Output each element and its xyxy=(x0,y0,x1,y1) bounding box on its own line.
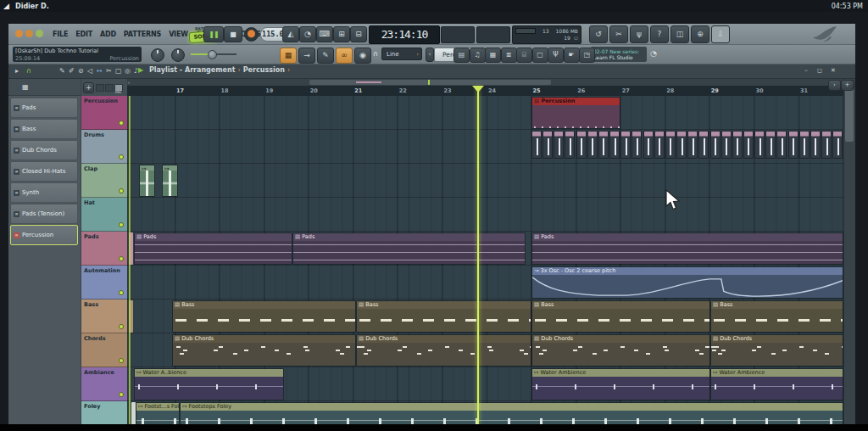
clip-footsteps-foley[interactable]: Footsteps Foley xyxy=(180,402,843,424)
track-mute-dot[interactable] xyxy=(119,188,124,193)
drum-clip[interactable] xyxy=(576,131,587,159)
metronome-icon[interactable]: ◭ xyxy=(282,26,299,42)
minimize-button[interactable]: – xyxy=(801,66,811,76)
clip-body[interactable] xyxy=(532,343,709,366)
tab-channels-icon[interactable] xyxy=(105,84,114,92)
playlist-menu-icon[interactable]: ▶ xyxy=(138,66,143,74)
pattern-item-closed-hi-hats[interactable]: ≡Closed Hi-Hats xyxy=(10,161,78,182)
slip-icon[interactable]: ↔ xyxy=(97,66,103,76)
preview-icon[interactable]: ♪ xyxy=(134,66,138,76)
drum-clip[interactable] xyxy=(776,131,787,159)
toolbar-dot-icon[interactable] xyxy=(36,30,43,37)
link-icon[interactable]: ∞ xyxy=(336,48,353,64)
track-header-percussion[interactable]: Percussion xyxy=(81,96,127,130)
clip-body[interactable] xyxy=(135,377,283,400)
drum-clip[interactable] xyxy=(765,131,776,159)
wait-for-input-icon[interactable]: ◔ xyxy=(299,26,316,42)
clip-header[interactable]: Pads xyxy=(135,233,292,241)
clip-bass[interactable]: Bass xyxy=(172,300,356,333)
clip-body[interactable] xyxy=(711,377,843,400)
track-mute-dot[interactable] xyxy=(119,120,124,126)
save-icon[interactable]: ◫ xyxy=(670,25,689,43)
track-mute-dot[interactable] xyxy=(119,358,124,363)
menu-add[interactable]: ADD xyxy=(100,31,116,38)
maximize-button[interactable]: ◻ xyxy=(815,66,825,76)
stop-button[interactable]: ■ xyxy=(224,26,242,42)
clip-header[interactable]: Dub Chords xyxy=(711,335,843,343)
loop-record-icon[interactable]: ⊟ xyxy=(350,26,367,42)
clip-header[interactable]: Footst...s Foley xyxy=(136,403,179,411)
mic-record-icon[interactable]: ψ xyxy=(630,25,648,43)
drum-clip[interactable] xyxy=(732,131,743,159)
countdown-icon[interactable]: ⊞ xyxy=(333,26,350,42)
drum-clip[interactable] xyxy=(598,131,609,159)
save-as-icon[interactable]: ⊕ xyxy=(691,25,709,43)
clip-header[interactable]: 3x Osc - Osc 2 coarse pitch xyxy=(532,267,843,275)
slice-icon[interactable]: ✂ xyxy=(106,66,112,76)
breadcrumb-arrangement[interactable]: Playlist - Arrangement xyxy=(149,66,236,74)
shop-icon[interactable]: ◳ xyxy=(579,48,595,63)
navigator-thumb[interactable] xyxy=(309,80,551,85)
paint-icon[interactable]: ✐ xyxy=(69,66,75,76)
clip-body[interactable] xyxy=(293,241,525,264)
headphone-icon[interactable]: ∩ xyxy=(373,50,378,58)
clip-water-a-bience[interactable]: Water A..bience xyxy=(134,368,284,400)
track-header-drums[interactable]: Drums xyxy=(81,130,127,164)
time-display[interactable]: 23:14:10 xyxy=(369,25,440,44)
clip-body[interactable] xyxy=(532,105,620,128)
step-edit-icon[interactable]: ▦ xyxy=(280,48,297,64)
menu-patterns[interactable]: PATTERNS xyxy=(124,31,161,38)
delete-icon[interactable]: ⊘ xyxy=(78,66,84,76)
clip-header[interactable]: Pads xyxy=(293,233,525,241)
undo-icon[interactable]: ↺ xyxy=(589,25,608,43)
drum-clip[interactable] xyxy=(832,131,843,159)
menu-view[interactable]: VIEW xyxy=(169,31,188,38)
close-button[interactable]: ✕ xyxy=(828,66,838,76)
track-header-clap[interactable]: Clap xyxy=(81,164,127,198)
record-button[interactable] xyxy=(244,27,259,42)
clip-body[interactable] xyxy=(173,343,355,366)
clip-header[interactable]: Pads xyxy=(532,233,843,241)
clip-header[interactable]: Bass xyxy=(357,301,531,309)
clip-body[interactable] xyxy=(532,309,709,332)
playlist-icon[interactable]: ▤ xyxy=(453,48,470,63)
keyboard-preview-panel[interactable] xyxy=(476,26,510,43)
select-icon[interactable]: ▢ xyxy=(115,66,122,76)
track-header-hat[interactable]: Hat xyxy=(81,198,127,232)
drum-clip[interactable] xyxy=(620,131,631,159)
magnet-icon[interactable]: ∩ xyxy=(26,66,31,76)
project-info-icon[interactable]: ▢ xyxy=(532,48,548,63)
drum-clip[interactable] xyxy=(788,131,798,159)
clip-header[interactable]: Bass xyxy=(532,301,709,309)
drum-clip[interactable] xyxy=(542,131,553,159)
pattern-item-synth[interactable]: ≡Synth xyxy=(10,182,78,203)
collapse-arrow-icon[interactable]: ‹ xyxy=(128,79,136,86)
mute-icon[interactable]: ◁ xyxy=(87,66,92,76)
clip-footst-s-foley[interactable]: Footst...s Foley xyxy=(136,402,180,424)
touch-icon[interactable]: ☛ xyxy=(564,48,580,63)
draw-icon[interactable]: ✎ xyxy=(317,48,334,64)
drum-clip[interactable] xyxy=(565,131,575,159)
play-pause-button[interactable]: ❚❚ xyxy=(203,26,224,42)
clip-bass[interactable]: Bass xyxy=(531,300,710,333)
clip-body[interactable] xyxy=(357,309,531,332)
zoom-icon[interactable]: ◎ xyxy=(125,66,131,76)
clip-body[interactable] xyxy=(135,241,292,264)
drum-clip[interactable] xyxy=(687,131,698,159)
track-mute-dot[interactable] xyxy=(119,392,124,397)
clip-water-ambience[interactable]: Water Ambience xyxy=(710,368,843,400)
toolbar-dot-icon[interactable] xyxy=(25,30,33,37)
clip-header[interactable]: Bass xyxy=(711,301,843,309)
menu-arrow-icon[interactable]: ▸ xyxy=(15,66,19,76)
drum-clip[interactable] xyxy=(743,131,754,159)
track-header-automation[interactable]: Automation xyxy=(81,266,127,299)
clip-dub-chords[interactable]: Dub Chords xyxy=(710,334,843,367)
clip-percussion[interactable]: Percussion xyxy=(531,97,620,129)
piano-roll-icon[interactable]: ♫ xyxy=(470,48,486,63)
pattern-item-pads[interactable]: ≡Pads xyxy=(10,98,78,118)
track-header-bass[interactable]: Bass xyxy=(81,299,127,333)
clip-body[interactable] xyxy=(140,171,154,196)
stamp-icon[interactable]: ◉ xyxy=(354,48,371,64)
clip-header[interactable]: Dub Chords xyxy=(357,335,531,343)
track-header-ambiance[interactable]: Ambiance xyxy=(81,367,127,401)
